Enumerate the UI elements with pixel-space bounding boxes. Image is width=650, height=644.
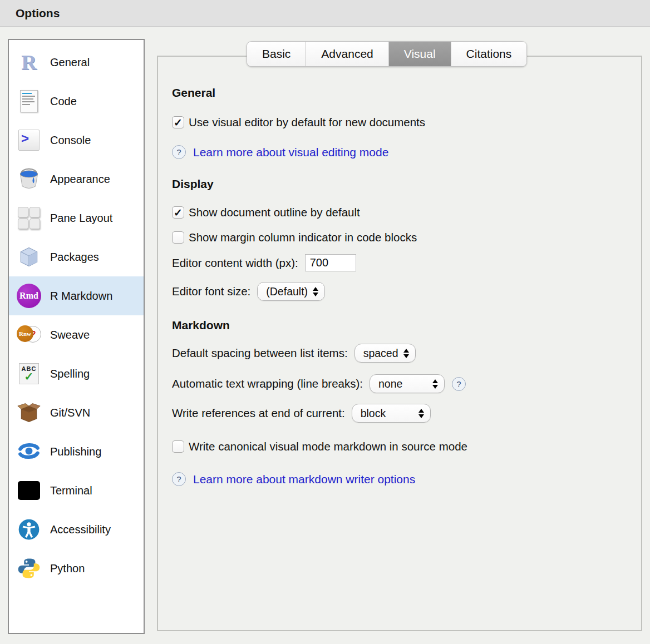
accessibility-person-icon: [17, 517, 41, 542]
tab-basic[interactable]: Basic: [247, 42, 306, 66]
font-size-label: Editor font size:: [172, 285, 250, 298]
select-arrows-icon: [313, 287, 318, 296]
tab-citations[interactable]: Citations: [451, 42, 527, 66]
sidebar-item-terminal[interactable]: Terminal: [9, 471, 144, 510]
sidebar-item-appearance[interactable]: Appearance: [9, 160, 144, 199]
show-margin-label: Show margin column indicator in code blo…: [189, 231, 417, 244]
console-prompt-icon: >: [17, 128, 41, 152]
sidebar-item-code[interactable]: Code: [9, 82, 144, 121]
window-titlebar: Options: [0, 0, 650, 27]
content-width-row: Editor content width (px):: [172, 254, 630, 271]
section-heading-general: General: [172, 86, 630, 100]
markdown-writer-help-row: ? Learn more about markdown writer optio…: [172, 472, 630, 486]
list-spacing-select[interactable]: spaced: [354, 344, 416, 363]
use-visual-editor-checkbox[interactable]: ✓: [172, 116, 184, 128]
show-outline-checkbox[interactable]: ✓: [172, 206, 184, 219]
tab-advanced[interactable]: Advanced: [306, 42, 388, 66]
sidebar-item-label: Terminal: [50, 484, 92, 497]
options-tabbar: Basic Advanced Visual Citations: [247, 41, 527, 67]
sidebar-item-label: Packages: [50, 251, 99, 264]
learn-markdown-writer-link[interactable]: Learn more about markdown writer options: [193, 473, 415, 486]
sidebar-item-python[interactable]: Python: [9, 549, 144, 588]
abc-check-icon: ABC ✓: [17, 361, 41, 386]
select-arrows-icon: [418, 409, 424, 418]
show-outline-label: Show document outline by default: [189, 206, 360, 219]
rnw-pdf-icon: Rnw: [17, 323, 41, 347]
sidebar-item-label: Python: [50, 562, 85, 575]
open-box-icon: [17, 400, 41, 425]
sidebar-item-label: Console: [50, 134, 91, 147]
show-outline-row: ✓ Show document outline by default: [172, 206, 630, 219]
text-wrapping-select[interactable]: none: [370, 374, 445, 393]
text-wrapping-row: Automatic text wrapping (line breaks): n…: [172, 374, 630, 393]
sidebar-item-label: Git/SVN: [50, 407, 90, 419]
visual-options-panel: General ✓ Use visual editor by default f…: [157, 56, 642, 631]
section-heading-markdown: Markdown: [172, 319, 630, 332]
select-arrows-icon: [403, 349, 409, 358]
pane-grid-icon: [17, 206, 41, 230]
sidebar-item-label: Pane Layout: [50, 212, 112, 225]
text-wrapping-help-icon[interactable]: ?: [452, 377, 466, 391]
sidebar-item-label: Accessibility: [50, 523, 111, 536]
sidebar-item-console[interactable]: > Console: [9, 121, 144, 160]
references-label: Write references at end of current:: [172, 407, 345, 420]
use-visual-editor-row: ✓ Use visual editor by default for new d…: [172, 116, 630, 129]
sidebar-item-label: Sweave: [50, 329, 90, 341]
sidebar-item-label: General: [50, 56, 90, 69]
content-width-input[interactable]: [305, 254, 356, 271]
help-icon[interactable]: ?: [172, 472, 186, 486]
use-visual-editor-label: Use visual editor by default for new doc…: [189, 116, 425, 129]
font-size-row: Editor font size: (Default): [172, 282, 630, 301]
section-heading-display: Display: [172, 177, 630, 191]
sidebar-item-r-markdown[interactable]: Rmd R Markdown: [9, 276, 144, 315]
font-size-select[interactable]: (Default): [257, 282, 325, 301]
rmd-badge-icon: Rmd: [17, 284, 41, 308]
text-wrapping-label: Automatic text wrapping (line breaks):: [172, 377, 363, 390]
list-spacing-row: Default spacing between list items: spac…: [172, 344, 630, 363]
sidebar-item-sweave[interactable]: Rnw Sweave: [9, 315, 144, 354]
sidebar-item-label: Appearance: [50, 173, 110, 186]
help-icon[interactable]: ?: [172, 145, 186, 159]
sidebar-item-packages[interactable]: Packages: [9, 237, 144, 276]
window-title: Options: [16, 7, 60, 20]
paint-bucket-icon: [17, 167, 41, 191]
content-width-label: Editor content width (px):: [172, 256, 298, 270]
tab-visual[interactable]: Visual: [389, 42, 451, 66]
checkmark-icon: ✓: [174, 117, 183, 128]
sidebar-item-label: R Markdown: [50, 290, 112, 303]
show-margin-checkbox[interactable]: [172, 231, 184, 244]
references-row: Write references at end of current: bloc…: [172, 404, 630, 423]
sidebar-item-git-svn[interactable]: Git/SVN: [9, 393, 144, 432]
r-logo-icon: R: [17, 50, 41, 75]
sidebar-item-label: Spelling: [50, 368, 90, 380]
sidebar-item-label: Code: [50, 95, 77, 108]
publish-orbit-icon: [17, 439, 41, 464]
sidebar-item-label: Publishing: [50, 445, 101, 458]
terminal-square-icon: [17, 478, 41, 503]
code-document-icon: [17, 89, 41, 113]
options-sidebar: R General Code > Console: [8, 39, 145, 634]
show-margin-row: Show margin column indicator in code blo…: [172, 231, 630, 244]
sidebar-item-spelling[interactable]: ABC ✓ Spelling: [9, 354, 144, 393]
canonical-markdown-label: Write canonical visual mode markdown in …: [189, 440, 467, 453]
package-box-icon: [17, 245, 41, 269]
sidebar-item-pane-layout[interactable]: Pane Layout: [9, 199, 144, 237]
list-spacing-label: Default spacing between list items:: [172, 346, 348, 360]
visual-editing-help-row: ? Learn more about visual editing mode: [172, 145, 630, 159]
learn-visual-editing-link[interactable]: Learn more about visual editing mode: [193, 146, 388, 159]
references-select[interactable]: block: [352, 404, 431, 423]
select-arrows-icon: [432, 379, 438, 389]
python-logo-icon: [17, 556, 41, 581]
sidebar-item-general[interactable]: R General: [9, 43, 144, 82]
checkmark-icon: ✓: [174, 207, 183, 218]
sidebar-item-accessibility[interactable]: Accessibility: [9, 510, 144, 549]
sidebar-item-publishing[interactable]: Publishing: [9, 432, 144, 471]
canonical-markdown-row: Write canonical visual mode markdown in …: [172, 440, 630, 453]
canonical-markdown-checkbox[interactable]: [172, 440, 184, 453]
